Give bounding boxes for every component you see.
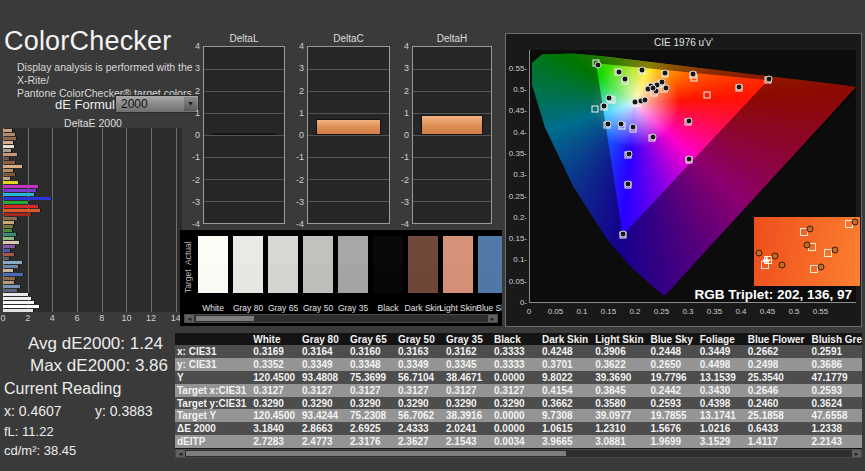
table-cell: 56.7104	[396, 371, 444, 384]
swatch-light-skin: Light Skin	[443, 236, 473, 293]
scroll-right-icon[interactable]: ►	[852, 450, 861, 457]
y-tick-label: 0.4-	[506, 128, 527, 137]
de-bar	[3, 305, 40, 308]
table-cell: 93.4808	[300, 371, 348, 384]
swatch-target	[303, 265, 333, 294]
y-tick-label: 1	[404, 108, 409, 118]
table-row: ΔE 20003.18402.86632.69252.43332.02410.0…	[175, 422, 862, 435]
x-tick-label: 0.3	[676, 307, 700, 316]
table-cell: 0.3906	[593, 345, 648, 358]
y-tick-label: 0.2-	[506, 213, 527, 222]
table-cell: 0.3290	[444, 397, 492, 410]
cie-measured-marker	[604, 121, 611, 128]
y-tick-label: 0.1-	[506, 255, 527, 264]
table-cell: 120.4500	[251, 409, 300, 422]
y-tick-label: 2	[299, 86, 304, 96]
table-cell: 38.4671	[444, 371, 492, 384]
avg-de2000-readout: Avg dE2000: 1.24	[28, 334, 163, 354]
table-cell: 0.3162	[444, 345, 492, 358]
column-header-black: Black	[492, 333, 540, 345]
inset-measured-marker	[851, 218, 858, 225]
y-tick-label: 0.3-	[506, 170, 527, 179]
x-tick-label: 6	[75, 313, 80, 323]
y-tick-label: 3	[299, 63, 304, 73]
table-cell: 2.4333	[396, 422, 444, 435]
table-cell: 0.3164	[300, 345, 348, 358]
de-bar	[3, 169, 14, 172]
y-tick-label: -3	[192, 197, 200, 207]
table-cell: 0.2498	[746, 358, 810, 371]
y-tick-label: 1	[299, 108, 304, 118]
deltah-bar-chart	[412, 46, 492, 224]
swatch-actual	[233, 236, 263, 265]
deltac-bar-chart	[307, 46, 390, 224]
x-tick-label: 0.4	[729, 307, 753, 316]
cie-target-marker	[591, 105, 598, 112]
table-scrollbar-thumb[interactable]	[186, 451, 566, 456]
cie-measured-marker	[617, 121, 624, 128]
y-tick-label: 4	[195, 41, 200, 51]
x-tick-label: 0.35	[702, 307, 726, 316]
de-bar	[3, 165, 23, 168]
gridline	[204, 91, 284, 92]
table-cell: 0.3430	[698, 384, 746, 397]
gridline	[413, 91, 491, 92]
cie-zoom-inset: +	[754, 217, 860, 286]
de-bar	[3, 301, 35, 304]
table-cell: 0.4498	[698, 358, 746, 371]
table-cell: 0.3163	[396, 345, 444, 358]
gridline	[308, 113, 389, 114]
gridline	[413, 179, 491, 180]
table-cell: 0.3352	[251, 358, 300, 371]
swatch-target	[338, 265, 368, 294]
x-tick-label: 2	[25, 313, 30, 323]
swatch-actual	[268, 236, 298, 265]
table-scrollbar[interactable]: ◄ ►	[175, 449, 862, 458]
table-cell: 19.7796	[649, 371, 698, 384]
de-bar	[3, 249, 11, 252]
current-x-readout: x: 0.4607	[4, 403, 62, 419]
gridline	[413, 135, 491, 136]
table-cell: 38.3916	[444, 409, 492, 422]
row-label: Y	[175, 371, 251, 384]
table-cell: 3.1840	[251, 422, 300, 435]
swatch-actual	[408, 236, 438, 265]
x-tick-label: 0.55	[808, 307, 832, 316]
scroll-left-icon[interactable]: ◄	[176, 450, 185, 457]
scroll-right-icon[interactable]: ►	[488, 315, 497, 322]
y-tick-label: 2	[195, 86, 200, 96]
max-de2000-readout: Max dE2000: 3.86	[30, 356, 168, 376]
table-cell: 1.0615	[540, 422, 593, 435]
table-cell: 0.2460	[746, 397, 810, 410]
swatch-gray-35: Gray 35	[338, 236, 368, 293]
table-cell: 120.4500	[251, 371, 300, 384]
cie-measured-marker	[625, 181, 632, 188]
swatch-actual	[443, 236, 473, 265]
delta-bar	[316, 119, 381, 136]
x-tick-label: 12	[146, 313, 156, 323]
y-tick-label: -3	[401, 197, 409, 207]
y-tick-label: 0	[404, 130, 409, 140]
swatch-scrollbar[interactable]: ◄ ►	[184, 314, 498, 323]
actual-row-label: Actual	[183, 238, 193, 268]
swatch-target	[268, 265, 298, 294]
x-tick-label: 0.15	[596, 307, 620, 316]
scroll-left-icon[interactable]: ◄	[185, 315, 194, 322]
swatch-target	[408, 265, 438, 294]
de-bar	[3, 261, 23, 264]
table-cell: 13.1539	[698, 371, 746, 384]
cie-measured-marker	[766, 76, 773, 83]
swatch-target	[198, 265, 228, 294]
table-cell: 0.3333	[492, 345, 540, 358]
gridline	[308, 69, 389, 70]
de-bar	[3, 129, 13, 132]
table-cell: 0.0000	[492, 371, 540, 384]
table-row: x: CIE310.31690.31640.31600.31630.31620.…	[175, 345, 862, 358]
table-cell: 75.2308	[348, 409, 396, 422]
de-bar	[3, 273, 24, 276]
swatch-scrollbar-thumb[interactable]	[196, 316, 254, 321]
inset-measured-marker	[778, 262, 785, 269]
de-bar	[3, 217, 18, 220]
row-label: Target x:CIE31	[175, 384, 251, 397]
de-bar	[3, 297, 32, 300]
